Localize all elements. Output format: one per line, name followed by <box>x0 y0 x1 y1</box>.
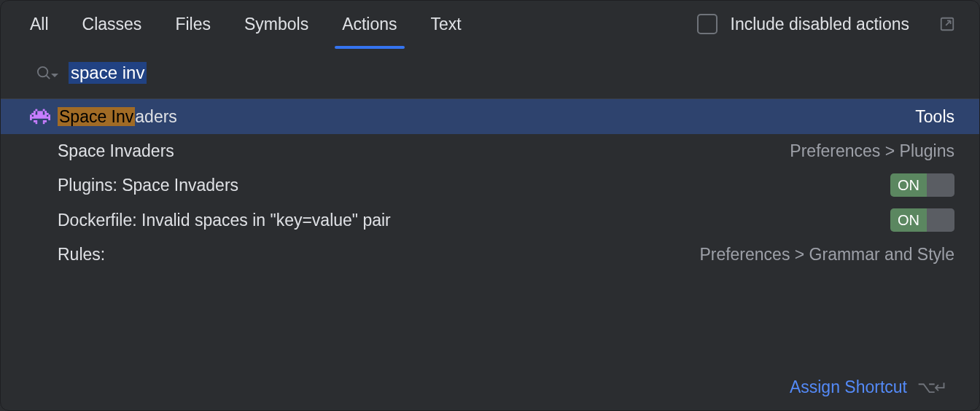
result-label: Plugins: Space Invaders <box>58 176 890 195</box>
assign-shortcut-link[interactable]: Assign Shortcut <box>790 377 907 397</box>
search-icon <box>36 65 58 82</box>
results-list: Space Invaders Tools Space Invaders Pref… <box>1 99 979 369</box>
toggle-knob <box>927 173 954 197</box>
tab-text[interactable]: Text <box>431 15 462 46</box>
search-bar: space inv <box>1 46 979 99</box>
result-row[interactable]: Space Invaders Preferences > Plugins <box>1 134 979 168</box>
include-disabled-label: Include disabled actions <box>731 15 910 34</box>
tab-symbols[interactable]: Symbols <box>244 15 308 46</box>
result-label: Space Invaders <box>58 107 915 127</box>
result-location: Tools <box>915 107 954 127</box>
include-disabled-checkbox[interactable] <box>697 14 718 34</box>
result-row[interactable]: Plugins: Space Invaders ON <box>1 168 979 203</box>
svg-rect-20 <box>36 122 38 125</box>
toggle-switch[interactable]: ON <box>890 173 954 197</box>
svg-rect-21 <box>43 122 45 125</box>
svg-rect-10 <box>36 111 38 113</box>
tab-all[interactable]: All <box>30 15 49 46</box>
result-location: Preferences > Plugins <box>790 141 954 161</box>
space-invader-icon <box>28 105 52 128</box>
result-label: Space Invaders <box>58 141 790 161</box>
search-query-text: space inv <box>69 62 147 84</box>
svg-rect-25 <box>43 113 45 115</box>
tabs-bar: All Classes Files Symbols Actions Text I… <box>1 1 979 46</box>
tab-actions[interactable]: Actions <box>342 15 397 46</box>
result-row[interactable]: Space Invaders Tools <box>1 99 979 134</box>
svg-point-1 <box>38 66 47 76</box>
result-label: Dockerfile: Invalid spaces in "key=value… <box>58 211 890 230</box>
search-input[interactable]: space inv <box>69 62 950 84</box>
toggle-knob <box>927 208 954 232</box>
footer: Assign Shortcut ⌥↵ <box>1 369 979 410</box>
tab-classes[interactable]: Classes <box>82 15 142 46</box>
result-row[interactable]: Dockerfile: Invalid spaces in "key=value… <box>1 203 979 238</box>
tab-files[interactable]: Files <box>175 15 211 46</box>
toggle-switch[interactable]: ON <box>890 208 954 232</box>
toggle-on-label: ON <box>890 173 927 197</box>
shortcut-hint-icon: ⌥↵ <box>917 378 946 397</box>
toggle-on-label: ON <box>890 208 927 232</box>
result-row[interactable]: Rules: Preferences > Grammar and Style <box>1 238 979 271</box>
svg-line-2 <box>46 75 50 79</box>
open-in-tool-window-icon[interactable] <box>937 14 957 34</box>
result-location: Preferences > Grammar and Style <box>699 245 954 265</box>
svg-rect-24 <box>36 113 38 115</box>
result-label: Rules: <box>58 245 699 265</box>
